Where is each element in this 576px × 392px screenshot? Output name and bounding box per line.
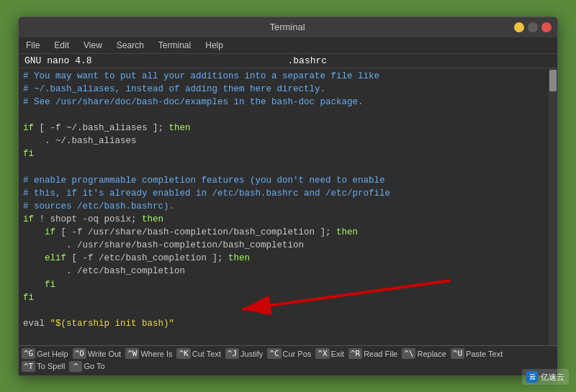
shortcut-label: Exit — [331, 350, 344, 358]
shortcut-key: ^G — [22, 348, 35, 359]
menu-terminal[interactable]: Terminal — [156, 39, 194, 52]
menu-view[interactable]: View — [81, 39, 105, 52]
watermark-icon: 云 — [526, 371, 538, 383]
title-bar: Terminal — [19, 17, 557, 37]
editor-container[interactable]: # You may want to put all your additions… — [19, 68, 557, 345]
code-line: if [ -f ~/.bash_aliases ]; then — [23, 122, 544, 135]
menu-file[interactable]: File — [23, 39, 42, 52]
code-line: . ~/.bash_aliases — [23, 135, 544, 147]
shortcut-where-is: ^W Where Is — [125, 348, 172, 360]
shortcut-key: ^X — [315, 348, 329, 359]
window-controls — [514, 22, 552, 32]
shortcut-key: ^U — [451, 348, 464, 359]
code-line: if ! shopt -oq posix; then — [23, 213, 544, 226]
shortcut-replace: ^\ Replace — [402, 348, 446, 360]
shortcut-label: Get Help — [37, 350, 68, 358]
minimize-button[interactable] — [514, 22, 524, 32]
shortcut-label: Cut Text — [192, 350, 221, 358]
shortcut-paste-text: ^U Paste Text — [451, 348, 503, 360]
menu-bar: File Edit View Search Terminal Help — [19, 37, 557, 54]
shortcut-label: Cur Pos — [283, 350, 312, 358]
shortcut-to-spell: ^T To Spell — [22, 361, 65, 372]
shortcut-write-out: ^O Write Out — [73, 348, 122, 360]
code-line: if [ -f /usr/share/bash-completion/bash_… — [23, 226, 544, 239]
shortcut-key: ^ — [69, 361, 82, 372]
shortcut-key: ^W — [125, 348, 139, 359]
scrollbar-thumb[interactable] — [549, 70, 557, 91]
shortcut-key: ^R — [348, 348, 362, 359]
shortcut-go-to: ^ Go To — [69, 361, 104, 372]
menu-help[interactable]: Help — [202, 39, 226, 52]
shortcut-key: ^T — [22, 361, 35, 372]
code-line: fi — [23, 147, 544, 160]
maximize-button[interactable] — [528, 22, 538, 32]
shortcut-key: ^C — [267, 348, 281, 359]
code-line: elif [ -f /etc/bash_completion ]; then — [23, 252, 544, 265]
code-line — [23, 160, 544, 173]
code-line: # You may want to put all your additions… — [23, 70, 544, 83]
code-line: fi — [23, 291, 544, 304]
bottom-bar: ^G Get Help ^O Write Out ^W Where Is ^K … — [19, 345, 557, 375]
editor-content[interactable]: # You may want to put all your additions… — [19, 68, 549, 345]
code-line: # this, if it's already enabled in /etc/… — [23, 187, 544, 200]
shortcut-key: ^\ — [402, 348, 415, 359]
shortcut-label: Go To — [84, 362, 104, 370]
code-line: # enable programmable completion feature… — [23, 174, 544, 187]
shortcut-key: ^O — [73, 348, 86, 359]
shortcut-cur-pos: ^C Cur Pos — [267, 348, 311, 360]
code-line: # See /usr/share/doc/bash-doc/examples i… — [23, 96, 544, 109]
shortcut-label: To Spell — [37, 362, 65, 370]
watermark: 云 亿速云 — [522, 369, 569, 385]
shortcut-get-help: ^G Get Help — [22, 348, 68, 360]
shortcut-cut-text: ^K Cut Text — [176, 348, 220, 360]
scrollbar[interactable] — [549, 68, 557, 345]
nano-version: GNU nano 4.8 — [24, 55, 92, 66]
code-line: # ~/.bash_aliases, instead of adding the… — [23, 83, 544, 96]
code-line: fi — [23, 278, 544, 291]
shortcut-key: ^J — [225, 348, 239, 359]
code-line — [23, 109, 544, 122]
shortcut-label: Write Out — [88, 350, 121, 358]
shortcut-read-file: ^R Read File — [348, 348, 397, 360]
nano-header: GNU nano 4.8 .bashrc — [19, 54, 557, 68]
shortcut-label: Replace — [417, 350, 446, 358]
shortcut-label: Read File — [364, 350, 397, 358]
shortcut-label: Paste Text — [466, 350, 503, 358]
window-title: Terminal — [60, 22, 514, 32]
nano-filename: .bashrc — [288, 55, 328, 66]
shortcut-exit: ^X Exit — [315, 348, 344, 360]
close-button[interactable] — [541, 22, 552, 32]
watermark-text: 亿速云 — [541, 372, 564, 383]
code-line: # sources /etc/bash.bashrc). — [23, 200, 544, 213]
code-line: . /usr/share/bash-completion/bash_comple… — [23, 239, 544, 252]
terminal-window: Terminal File Edit View Search Terminal … — [18, 17, 558, 376]
menu-search[interactable]: Search — [114, 39, 147, 52]
shortcut-key: ^K — [176, 348, 190, 359]
shortcut-label: Justify — [240, 350, 263, 358]
code-line: . /etc/bash_completion — [23, 265, 544, 278]
code-line: eval "$(starship init bash)" — [23, 317, 544, 330]
shortcut-justify: ^J Justify — [225, 348, 263, 360]
code-line — [23, 304, 544, 317]
menu-edit[interactable]: Edit — [51, 39, 72, 52]
shortcut-label: Where Is — [140, 350, 172, 358]
